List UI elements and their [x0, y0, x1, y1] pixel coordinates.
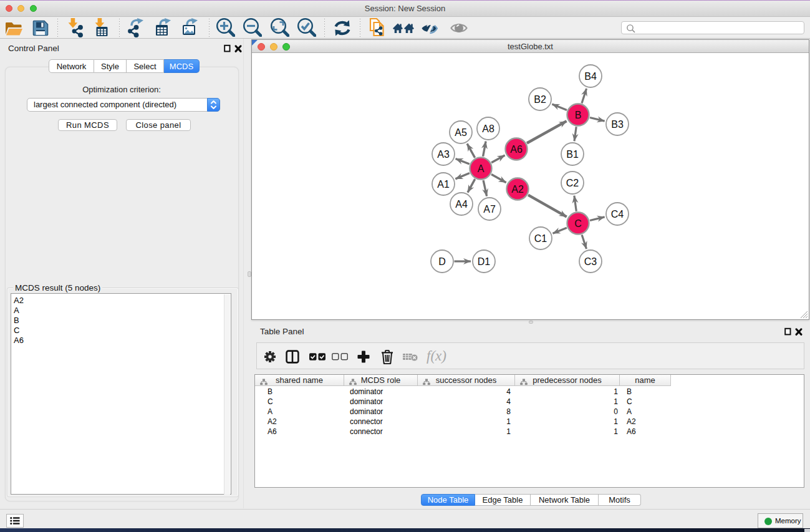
svg-text:B2: B2	[534, 94, 546, 105]
svg-text:D1: D1	[478, 256, 491, 267]
svg-text:A2: A2	[511, 184, 524, 195]
svg-text:D: D	[438, 256, 446, 267]
svg-text:C: C	[574, 218, 582, 229]
svg-text:B3: B3	[611, 119, 624, 130]
svg-text:C3: C3	[584, 256, 597, 267]
svg-text:A7: A7	[483, 204, 496, 215]
svg-text:B: B	[575, 110, 582, 120]
svg-text:C2: C2	[566, 178, 579, 188]
svg-text:A4: A4	[455, 199, 468, 210]
svg-text:C4: C4	[611, 209, 624, 220]
svg-text:B1: B1	[566, 149, 579, 160]
svg-text:B4: B4	[584, 71, 597, 82]
svg-text:A5: A5	[455, 127, 467, 138]
svg-text:A6: A6	[510, 144, 523, 155]
svg-text:C1: C1	[534, 233, 547, 244]
svg-text:A1: A1	[437, 179, 450, 190]
svg-text:A3: A3	[437, 149, 450, 160]
svg-text:A8: A8	[482, 123, 494, 134]
svg-text:A: A	[478, 163, 485, 174]
